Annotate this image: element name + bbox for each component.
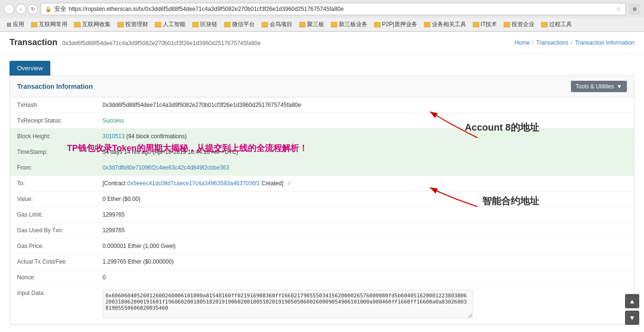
folder-icon (299, 22, 306, 28)
tools-utilities-button[interactable]: Tools & Utilities ▼ (571, 81, 627, 92)
nonce-value: 0 (95, 270, 634, 285)
page-title: Transaction (9, 38, 57, 47)
bookmark-IT技术[interactable]: IT技术 (470, 19, 500, 29)
gaslimit-value: 1299765 (95, 207, 634, 223)
folder-icon (155, 22, 161, 28)
to-contract-link[interactable]: 0x5eeec41dc08d7caece17c4a34963593a463703… (127, 180, 260, 187)
txreceipt-status: Success (103, 117, 124, 124)
page-wrapper: Transaction 0x3dd6f5d88f54dee71c4a3d9f50… (0, 32, 644, 332)
folder-icon (331, 22, 337, 28)
page-header: Transaction 0x3dd6f5d88f54dee71c4a3d9f50… (0, 32, 644, 54)
txreceipt-row: TxReceipt Status: Success (10, 113, 634, 129)
gasused-value: 1299765 (95, 223, 634, 238)
bookmark-label: 投资理财 (125, 20, 148, 28)
panel-title: Transaction Information (17, 83, 93, 90)
forward-button[interactable]: › (16, 4, 26, 14)
bookmark-微信平台[interactable]: 微信平台 (221, 19, 258, 29)
tab-bar: Overview (9, 61, 635, 76)
bookmark-投资企业[interactable]: 投资企业 (501, 19, 537, 29)
tab-overview[interactable]: Overview (9, 61, 50, 76)
bookmark-label: 区块链 (200, 20, 217, 28)
breadcrumb-home[interactable]: Home (514, 39, 530, 46)
to-label: To: (10, 176, 95, 191)
apps-grid-icon: ⊞ (7, 21, 11, 28)
page-hash: 0x3dd6f5d88f54dee71c4a3d9f5082e270b01cf3… (62, 40, 261, 47)
bookmark-label: 业务相关工具 (432, 20, 466, 28)
value-value: 0 Ether ($0.00) (95, 191, 634, 207)
txhash-row: TxHash: 0x3dd6f5d88f54dee71c4a3d9f5082e2… (10, 97, 634, 113)
value-label: Value: (10, 191, 95, 207)
bookmark-star-icon[interactable]: ☆ (616, 5, 622, 13)
bookmark-label: 互联网收集 (82, 20, 111, 28)
browser-chrome: ‹ › ↻ 🔒 安全 https://ropsten.etherscan.io/… (0, 0, 644, 32)
verified-icon: ✓ (287, 180, 292, 187)
reload-button[interactable]: ↻ (28, 4, 38, 14)
to-suffix: Created] (260, 180, 283, 187)
browser-toolbar: ‹ › ↻ 🔒 安全 https://ropsten.etherscan.io/… (0, 0, 644, 18)
extension-button[interactable]: ⚙ (629, 3, 640, 15)
breadcrumb-separator: / (532, 39, 533, 46)
nonce-row: Nonce: 0 (10, 270, 634, 285)
bookmark-label: 会鸟项目 (270, 20, 292, 28)
blockheight-link[interactable]: 3010513 (103, 133, 125, 140)
gaslimit-label: Gas Limit: (10, 207, 95, 223)
breadcrumb: Home / Transactions / Transaction Inform… (514, 39, 635, 46)
nonce-label: Nonce: (10, 270, 95, 285)
back-button[interactable]: ‹ (4, 4, 14, 14)
apps-button[interactable]: ⊞ 应用 (4, 19, 27, 29)
breadcrumb-current: Transaction Information (575, 39, 635, 46)
bookmark-投资理财[interactable]: 投资理财 (114, 19, 151, 29)
folder-icon (31, 22, 37, 28)
apps-label: 应用 (13, 20, 24, 28)
actualcost-row: Actual Tx Cost/Fee: 1.299765 Ether ($0.0… (10, 254, 634, 270)
scroll-down-button[interactable]: ▼ (625, 311, 639, 325)
gasused-label: Gas Used By Txn: (10, 223, 95, 238)
bookmark-互联网收集[interactable]: 互联网收集 (71, 19, 113, 29)
from-row: From: 0x3d7dfb80e71096f2c4ee63c42c4d849f… (10, 160, 634, 176)
scroll-up-button[interactable]: ▲ (625, 294, 639, 308)
from-value: 0x3d7dfb80e71096f2c4ee63c42c4d849f2cbbe3… (95, 160, 634, 176)
page-title-area: Transaction 0x3dd6f5d88f54dee71c4a3d9f50… (9, 38, 261, 47)
txreceipt-label: TxReceipt Status: (10, 113, 95, 129)
inputdata-value (95, 285, 634, 324)
bookmark-label: IT技术 (481, 20, 497, 28)
tools-btn-label: Tools & Utilities (576, 83, 614, 90)
gasprice-label: Gas Price: (10, 238, 95, 254)
transaction-panel: Transaction Information Tools & Utilitie… (9, 76, 635, 325)
folder-icon (261, 22, 268, 28)
from-address-link[interactable]: 0x3d7dfb80e71096f2c4ee63c42c4d849f2cbbe3… (103, 164, 229, 171)
txhash-text: 0x3dd6f5d88f54dee71c4a3d9f5082e270b01cf3… (103, 102, 301, 108)
folder-icon (541, 22, 548, 28)
address-bar[interactable]: 🔒 安全 https://ropsten.etherscan.io/tx/0x3… (41, 3, 626, 15)
url-text: https://ropsten.etherscan.io/tx/0x3dd6f5… (69, 6, 613, 12)
transaction-table: TxHash: 0x3dd6f5d88f54dee71c4a3d9f5082e2… (10, 97, 634, 324)
gasprice-row: Gas Price: 0.000001 Ether (1,000 Gwei) (10, 238, 634, 254)
bookmark-区块链[interactable]: 区块链 (189, 19, 220, 29)
bookmark-新三板业务[interactable]: 新三板业务 (328, 19, 370, 29)
lock-label: 安全 (54, 5, 66, 13)
bookmark-过程工具[interactable]: 过程工具 (538, 19, 575, 29)
block-confirmations: (94 block confirmations) (126, 133, 187, 140)
bookmark-label: 新三板业务 (339, 20, 367, 28)
timestamp-label: TimeStamp: (10, 144, 95, 160)
bookmark-人工智能[interactable]: 人工智能 (152, 19, 188, 29)
timestamp-row: TimeStamp: 54 days 14 hrs ago (Apr-18-20… (10, 144, 634, 160)
bookmark-label: 微信平台 (232, 20, 255, 28)
bookmark-聚三板[interactable]: 聚三板 (296, 19, 327, 29)
blockheight-value: 3010513 (94 block confirmations) (95, 129, 634, 144)
input-data-textarea[interactable] (103, 290, 473, 318)
breadcrumb-transactions[interactable]: Transactions (536, 39, 569, 46)
bookmark-业务相关工具[interactable]: 业务相关工具 (421, 19, 469, 29)
actualcost-label: Actual Tx Cost/Fee: (10, 254, 95, 270)
bookmark-会鸟项目[interactable]: 会鸟项目 (259, 19, 295, 29)
bookmark-P2P质押业务[interactable]: P2P|质押业务 (371, 19, 420, 29)
folder-icon (473, 22, 479, 28)
bookmark-互联网常用[interactable]: 互联网常用 (28, 19, 70, 29)
panel-header: Transaction Information Tools & Utilitie… (10, 76, 634, 97)
actualcost-value: 1.299765 Ether ($0.000000) (95, 254, 634, 270)
from-label: From: (10, 160, 95, 176)
content-area: Account 8的地址 TP钱包收录Token的周期大揭秘，从提交到上线的全流… (10, 97, 634, 324)
folder-icon (192, 22, 199, 28)
inputdata-row: Input Data: (10, 285, 634, 324)
blockheight-label: Block Height: (10, 129, 95, 144)
